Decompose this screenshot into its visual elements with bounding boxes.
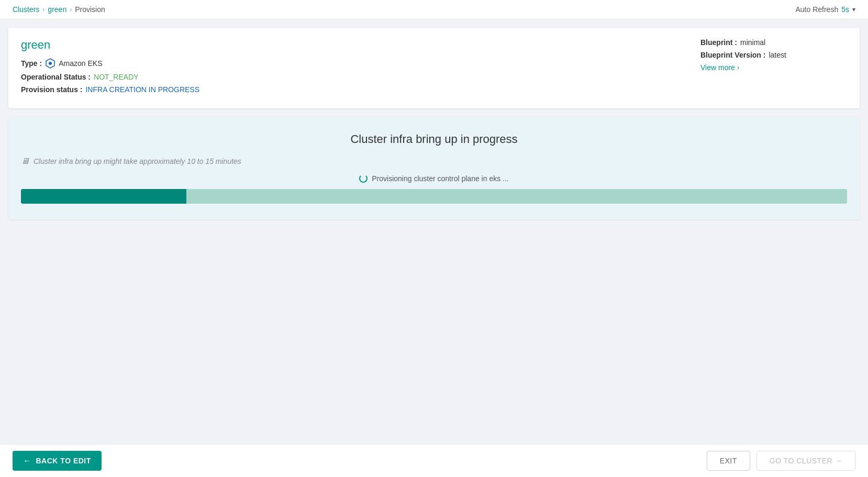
operational-status-row: Operational Status : NOT_READY [21, 73, 680, 81]
arrow-left-icon: ← [23, 456, 32, 465]
spinner-icon [359, 174, 368, 183]
provision-status-label: Provision status : [21, 85, 82, 94]
svg-point-1 [49, 62, 52, 65]
progress-status: Provisioning cluster control plane in ek… [21, 174, 847, 183]
view-more-link[interactable]: View more › [700, 63, 847, 72]
breadcrumb-sep-2: › [70, 6, 72, 13]
type-row: Type : Amazon EKS [21, 58, 680, 69]
breadcrumb: Clusters › green › Provision [13, 5, 105, 14]
blueprint-label: Blueprint : [700, 38, 737, 47]
blueprint-version-value: latest [769, 51, 786, 59]
cluster-info-card: green Type : Amazon EKS Operational Stat… [8, 28, 860, 108]
progress-title: Cluster infra bring up in progress [21, 132, 847, 146]
type-label: Type : [21, 59, 42, 68]
back-to-edit-label: BACK TO EDIT [36, 457, 91, 465]
progress-hint: 🖥 Cluster infra bring up might take appr… [21, 157, 847, 166]
go-to-cluster-button[interactable]: GO TO CLUSTER → [756, 451, 855, 471]
back-to-edit-button[interactable]: ← BACK TO EDIT [13, 451, 102, 471]
progress-bar-container [21, 189, 847, 204]
cluster-left-panel: green Type : Amazon EKS Operational Stat… [21, 38, 680, 98]
breadcrumb-sep-1: › [42, 6, 44, 13]
cluster-right-panel: Blueprint : minimal Blueprint Version : … [700, 38, 847, 98]
top-bar: Clusters › green › Provision Auto Refres… [0, 0, 868, 19]
auto-refresh-label: Auto Refresh [795, 5, 838, 14]
breadcrumb-cluster-name[interactable]: green [48, 5, 66, 14]
footer: ← BACK TO EDIT EXIT GO TO CLUSTER → [0, 444, 868, 477]
clock-icon: 🖥 [21, 157, 29, 166]
blueprint-version-label: Blueprint Version : [700, 51, 765, 59]
go-to-cluster-label: GO TO CLUSTER → [770, 457, 842, 465]
breadcrumb-current: Provision [75, 5, 105, 14]
provision-status-value: INFRA CREATION IN PROGRESS [85, 85, 199, 94]
type-value: Amazon EKS [59, 59, 102, 68]
view-more-label: View more [700, 63, 735, 72]
breadcrumb-clusters[interactable]: Clusters [13, 5, 39, 14]
progress-hint-text: Cluster infra bring up might take approx… [34, 157, 241, 165]
operational-status-label: Operational Status : [21, 73, 91, 81]
chevron-down-icon: ▾ [852, 6, 855, 13]
progress-bar-fill [21, 189, 186, 204]
auto-refresh-control[interactable]: Auto Refresh 5s ▾ [795, 5, 855, 14]
cluster-name: green [21, 38, 680, 52]
exit-button[interactable]: EXIT [707, 451, 750, 471]
operational-status-value: NOT_READY [94, 73, 139, 81]
progress-card: Cluster infra bring up in progress 🖥 Clu… [8, 117, 860, 219]
blueprint-value: minimal [740, 38, 765, 47]
eks-icon [45, 58, 55, 69]
spacer [0, 228, 868, 444]
auto-refresh-value: 5s [841, 5, 849, 14]
provision-status-row: Provision status : INFRA CREATION IN PRO… [21, 85, 680, 94]
blueprint-version-row: Blueprint Version : latest [700, 51, 847, 59]
progress-status-text: Provisioning cluster control plane in ek… [372, 174, 508, 183]
blueprint-row: Blueprint : minimal [700, 38, 847, 47]
chevron-right-icon: › [737, 64, 739, 71]
